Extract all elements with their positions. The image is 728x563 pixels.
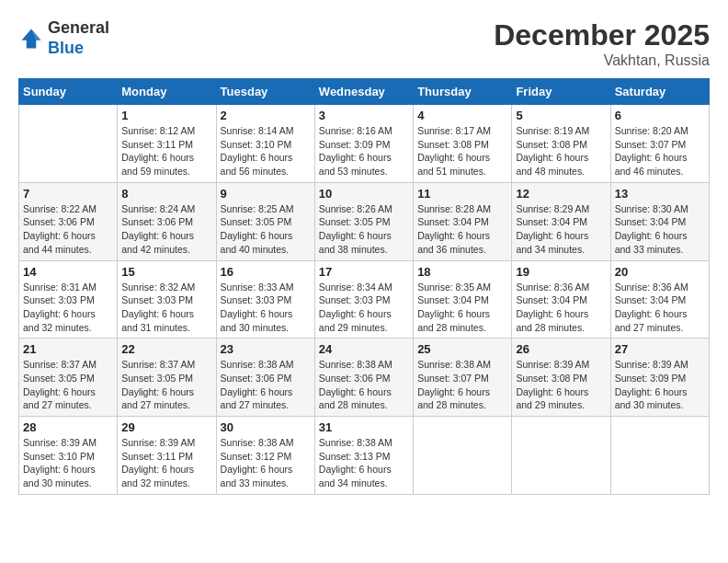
calendar-cell: 21Sunrise: 8:37 AMSunset: 3:05 PMDayligh… xyxy=(19,339,118,417)
day-info: Sunrise: 8:25 AMSunset: 3:05 PMDaylight:… xyxy=(221,202,311,257)
header-wednesday: Wednesday xyxy=(314,79,413,105)
calendar-cell: 20Sunrise: 8:36 AMSunset: 3:04 PMDayligh… xyxy=(610,260,709,339)
day-number: 23 xyxy=(221,342,311,356)
day-info: Sunrise: 8:39 AMSunset: 3:08 PMDaylight:… xyxy=(516,358,606,412)
calendar-cell: 2Sunrise: 8:14 AMSunset: 3:10 PMDaylight… xyxy=(216,105,314,183)
day-number: 11 xyxy=(417,187,507,201)
header-row: SundayMondayTuesdayWednesdayThursdayFrid… xyxy=(19,79,710,105)
calendar-cell: 26Sunrise: 8:39 AMSunset: 3:08 PMDayligh… xyxy=(512,339,610,417)
calendar-cell: 22Sunrise: 8:37 AMSunset: 3:05 PMDayligh… xyxy=(118,339,216,417)
calendar-header: SundayMondayTuesdayWednesdayThursdayFrid… xyxy=(19,79,710,105)
calendar-body: 1Sunrise: 8:12 AMSunset: 3:11 PMDaylight… xyxy=(19,105,710,495)
calendar-cell: 29Sunrise: 8:39 AMSunset: 3:11 PMDayligh… xyxy=(118,417,216,495)
calendar-cell: 7Sunrise: 8:22 AMSunset: 3:06 PMDaylight… xyxy=(19,182,118,260)
calendar-cell: 9Sunrise: 8:25 AMSunset: 3:05 PMDaylight… xyxy=(216,182,314,260)
day-info: Sunrise: 8:39 AMSunset: 3:10 PMDaylight:… xyxy=(23,436,113,490)
calendar-cell: 13Sunrise: 8:30 AMSunset: 3:04 PMDayligh… xyxy=(610,182,709,260)
calendar-cell: 19Sunrise: 8:36 AMSunset: 3:04 PMDayligh… xyxy=(512,260,610,339)
calendar-cell: 27Sunrise: 8:39 AMSunset: 3:09 PMDayligh… xyxy=(610,339,709,417)
day-number: 25 xyxy=(417,342,507,356)
calendar-cell: 3Sunrise: 8:16 AMSunset: 3:09 PMDaylight… xyxy=(314,105,413,183)
day-info: Sunrise: 8:38 AMSunset: 3:07 PMDaylight:… xyxy=(417,358,507,412)
header-monday: Monday xyxy=(118,79,216,105)
calendar-cell: 25Sunrise: 8:38 AMSunset: 3:07 PMDayligh… xyxy=(414,339,512,417)
day-number: 2 xyxy=(221,109,311,122)
day-number: 13 xyxy=(615,187,705,201)
day-info: Sunrise: 8:19 AMSunset: 3:08 PMDaylight:… xyxy=(516,124,606,178)
day-number: 21 xyxy=(23,342,113,356)
day-number: 9 xyxy=(221,187,311,201)
day-number: 8 xyxy=(121,187,211,201)
month-title: December 2025 xyxy=(494,18,710,52)
calendar-cell: 1Sunrise: 8:12 AMSunset: 3:11 PMDaylight… xyxy=(118,105,216,183)
day-number: 20 xyxy=(615,265,705,279)
calendar-cell: 5Sunrise: 8:19 AMSunset: 3:08 PMDaylight… xyxy=(512,105,610,183)
day-info: Sunrise: 8:16 AMSunset: 3:09 PMDaylight:… xyxy=(319,124,409,178)
header-thursday: Thursday xyxy=(414,79,512,105)
day-info: Sunrise: 8:26 AMSunset: 3:05 PMDaylight:… xyxy=(319,202,409,257)
day-info: Sunrise: 8:37 AMSunset: 3:05 PMDaylight:… xyxy=(23,358,113,412)
day-info: Sunrise: 8:32 AMSunset: 3:03 PMDaylight:… xyxy=(121,281,211,335)
calendar-cell: 11Sunrise: 8:28 AMSunset: 3:04 PMDayligh… xyxy=(414,182,512,260)
logo-icon xyxy=(18,26,44,52)
day-number: 22 xyxy=(121,342,211,356)
calendar-cell: 10Sunrise: 8:26 AMSunset: 3:05 PMDayligh… xyxy=(314,182,413,260)
day-info: Sunrise: 8:17 AMSunset: 3:08 PMDaylight:… xyxy=(417,124,507,178)
day-info: Sunrise: 8:22 AMSunset: 3:06 PMDaylight:… xyxy=(23,202,113,257)
day-number: 10 xyxy=(319,187,409,201)
location: Vakhtan, Russia xyxy=(494,52,710,69)
day-info: Sunrise: 8:29 AMSunset: 3:04 PMDaylight:… xyxy=(516,202,606,257)
header-sunday: Sunday xyxy=(19,79,118,105)
title-block: December 2025 Vakhtan, Russia xyxy=(494,18,710,69)
day-number: 5 xyxy=(516,109,606,122)
day-info: Sunrise: 8:37 AMSunset: 3:05 PMDaylight:… xyxy=(121,358,211,412)
week-row-2: 14Sunrise: 8:31 AMSunset: 3:03 PMDayligh… xyxy=(19,260,710,339)
header-saturday: Saturday xyxy=(610,79,709,105)
calendar-cell xyxy=(414,417,512,495)
day-number: 4 xyxy=(417,109,507,122)
day-info: Sunrise: 8:24 AMSunset: 3:06 PMDaylight:… xyxy=(121,202,211,257)
logo-general-text: General xyxy=(48,18,109,37)
day-info: Sunrise: 8:38 AMSunset: 3:12 PMDaylight:… xyxy=(221,436,311,490)
calendar-cell: 23Sunrise: 8:38 AMSunset: 3:06 PMDayligh… xyxy=(216,339,314,417)
calendar-cell: 8Sunrise: 8:24 AMSunset: 3:06 PMDaylight… xyxy=(118,182,216,260)
day-info: Sunrise: 8:35 AMSunset: 3:04 PMDaylight:… xyxy=(417,281,507,335)
day-number: 18 xyxy=(417,265,507,279)
day-number: 26 xyxy=(516,342,606,356)
calendar-cell: 30Sunrise: 8:38 AMSunset: 3:12 PMDayligh… xyxy=(216,417,314,495)
day-info: Sunrise: 8:36 AMSunset: 3:04 PMDaylight:… xyxy=(516,281,606,335)
day-info: Sunrise: 8:38 AMSunset: 3:06 PMDaylight:… xyxy=(319,358,409,412)
calendar-cell: 16Sunrise: 8:33 AMSunset: 3:03 PMDayligh… xyxy=(216,260,314,339)
week-row-3: 21Sunrise: 8:37 AMSunset: 3:05 PMDayligh… xyxy=(19,339,710,417)
day-number: 16 xyxy=(221,265,311,279)
day-info: Sunrise: 8:12 AMSunset: 3:11 PMDaylight:… xyxy=(121,124,211,178)
calendar-cell: 17Sunrise: 8:34 AMSunset: 3:03 PMDayligh… xyxy=(314,260,413,339)
day-number: 29 xyxy=(121,420,211,434)
calendar-cell: 14Sunrise: 8:31 AMSunset: 3:03 PMDayligh… xyxy=(19,260,118,339)
day-number: 3 xyxy=(319,109,409,122)
page-header: General Blue December 2025 Vakhtan, Russ… xyxy=(18,18,710,69)
day-info: Sunrise: 8:38 AMSunset: 3:13 PMDaylight:… xyxy=(319,436,409,490)
calendar-table: SundayMondayTuesdayWednesdayThursdayFrid… xyxy=(18,78,710,495)
calendar-cell: 18Sunrise: 8:35 AMSunset: 3:04 PMDayligh… xyxy=(414,260,512,339)
logo: General Blue xyxy=(18,18,109,58)
day-info: Sunrise: 8:30 AMSunset: 3:04 PMDaylight:… xyxy=(615,202,705,257)
day-number: 24 xyxy=(319,342,409,356)
day-info: Sunrise: 8:34 AMSunset: 3:03 PMDaylight:… xyxy=(319,281,409,335)
calendar-cell: 6Sunrise: 8:20 AMSunset: 3:07 PMDaylight… xyxy=(610,105,709,183)
day-number: 7 xyxy=(23,187,113,201)
calendar-cell: 28Sunrise: 8:39 AMSunset: 3:10 PMDayligh… xyxy=(19,417,118,495)
calendar-cell: 31Sunrise: 8:38 AMSunset: 3:13 PMDayligh… xyxy=(314,417,413,495)
week-row-0: 1Sunrise: 8:12 AMSunset: 3:11 PMDaylight… xyxy=(19,105,710,183)
header-friday: Friday xyxy=(512,79,610,105)
calendar-cell: 12Sunrise: 8:29 AMSunset: 3:04 PMDayligh… xyxy=(512,182,610,260)
day-number: 12 xyxy=(516,187,606,201)
day-number: 28 xyxy=(23,420,113,434)
day-number: 30 xyxy=(221,420,311,434)
day-info: Sunrise: 8:14 AMSunset: 3:10 PMDaylight:… xyxy=(221,124,311,178)
day-info: Sunrise: 8:31 AMSunset: 3:03 PMDaylight:… xyxy=(23,281,113,335)
day-number: 17 xyxy=(319,265,409,279)
day-number: 14 xyxy=(23,265,113,279)
day-number: 31 xyxy=(319,420,409,434)
calendar-cell xyxy=(19,105,118,183)
